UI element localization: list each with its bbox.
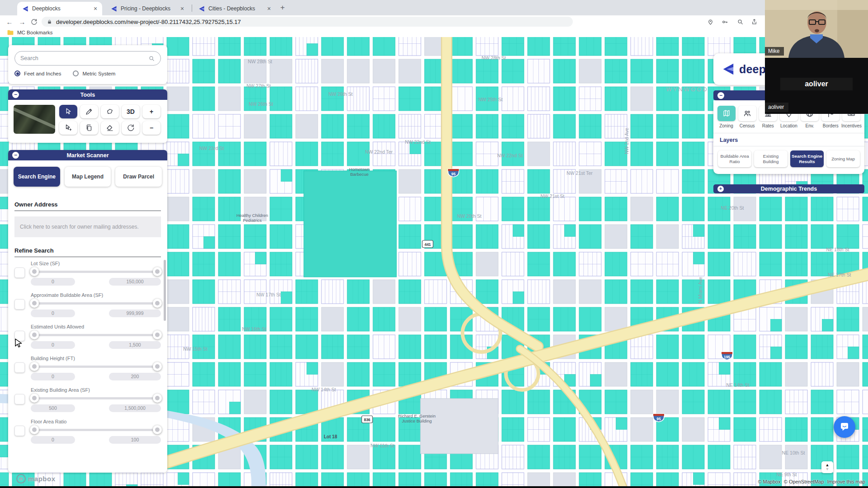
tool-cursor-button[interactable] — [59, 105, 77, 118]
scanner-tab-search-engine[interactable]: Search Engine — [14, 167, 60, 187]
slider-max-handle[interactable] — [153, 299, 162, 308]
filter-max-value: 999,999 — [109, 310, 161, 317]
chat-launcher-button[interactable] — [834, 416, 855, 438]
collapse-tools-button[interactable]: − — [12, 91, 19, 98]
slider-min-handle[interactable] — [30, 394, 39, 403]
panel-tab-zoning[interactable]: Zoning — [716, 106, 736, 128]
scanner-tab-map-legend[interactable]: Map Legend — [65, 167, 111, 187]
tool-eraser-button[interactable] — [101, 121, 119, 135]
unit-option-imperial[interactable]: Feet and Inches — [14, 70, 61, 76]
new-tab-button[interactable]: + — [280, 3, 285, 12]
satellite-preview-button[interactable] — [14, 105, 55, 134]
tool-zoom-out-button[interactable]: − — [142, 121, 160, 135]
filter-checkbox[interactable] — [14, 267, 25, 278]
compass-button[interactable]: ▲ ▼ — [821, 461, 833, 473]
slider-max-handle[interactable] — [153, 362, 162, 371]
slider-track[interactable] — [32, 302, 160, 305]
radio-selected-icon[interactable] — [14, 70, 20, 76]
filter-checkbox[interactable] — [14, 362, 25, 373]
mapbox-logo[interactable]: m mapbox — [16, 474, 56, 483]
tab-close-icon[interactable]: × — [92, 5, 99, 12]
layer-button-buildable-area-ratio[interactable]: Buildable Area Ratio — [718, 150, 751, 167]
route-shield: 95 — [653, 414, 664, 422]
tool-rotate-button[interactable] — [122, 121, 140, 135]
reload-button[interactable] — [29, 17, 39, 27]
unit-option-metric[interactable]: Metric System — [73, 70, 115, 76]
slider-track[interactable] — [32, 366, 160, 368]
slider-max-handle[interactable] — [153, 267, 162, 276]
slider-min-handle[interactable] — [30, 362, 39, 371]
letterbox-bar — [0, 486, 868, 488]
filter-range-slider[interactable] — [31, 267, 161, 276]
browser-tab[interactable]: Pricing - Deepblocks× — [106, 2, 189, 15]
address-bar[interactable]: developer.deepblocks.com/new-project/-80… — [42, 17, 573, 27]
map-label: NW 21st St — [540, 193, 564, 199]
slider-max-handle[interactable] — [153, 425, 162, 434]
map-label: NE 14th St — [726, 382, 750, 388]
tool-zoom-in-button[interactable]: + — [142, 105, 160, 118]
tab-close-icon[interactable]: × — [266, 5, 272, 12]
tool-copy-button[interactable] — [80, 121, 98, 135]
participant-video-mike[interactable]: Mike — [765, 0, 868, 58]
filter-range-slider[interactable] — [31, 362, 161, 371]
collapse-scanner-button[interactable]: − — [12, 152, 19, 159]
bookmark-folder-icon[interactable] — [7, 30, 14, 35]
slider-min-handle[interactable] — [30, 267, 39, 276]
owner-address-input[interactable]: Click here to search for owner mailing a… — [14, 216, 161, 237]
expand-demographics-button[interactable]: + — [717, 186, 724, 192]
tool-pencil-button[interactable] — [80, 105, 98, 118]
collapse-right-panel-button[interactable]: − — [717, 92, 724, 99]
slider-track[interactable] — [32, 397, 160, 399]
panel-tab-census[interactable]: Census — [737, 106, 757, 128]
layer-button-existing-building[interactable]: Existing Building — [754, 150, 788, 167]
tool-polygon-button[interactable] — [101, 105, 119, 118]
slider-min-handle[interactable] — [30, 330, 39, 339]
map-label: NW 26th St — [328, 91, 353, 97]
filter-range-slider[interactable] — [31, 425, 161, 434]
slider-max-handle[interactable] — [153, 330, 162, 339]
tool-cursor-add-button[interactable] — [59, 121, 77, 135]
slider-max-handle[interactable] — [153, 394, 162, 403]
filter-checkbox[interactable] — [14, 394, 25, 404]
census-icon — [743, 109, 752, 118]
browser-chrome: Deepblocks×Pricing - Deepblocks×Cities -… — [0, 0, 868, 37]
filter-label: Floor Area Ratio — [31, 419, 161, 424]
key-icon[interactable] — [720, 17, 730, 27]
tab-close-icon[interactable]: × — [179, 5, 185, 12]
filter-checkbox[interactable] — [14, 426, 25, 436]
browser-tab[interactable]: Deepblocks× — [17, 2, 102, 15]
tools-panel-header: − Tools — [8, 89, 167, 100]
bookmark-label[interactable]: MC Bookmarks — [17, 30, 53, 35]
browser-tab[interactable]: Cities - Deepblocks× — [193, 2, 276, 15]
sidebar-scrollbar[interactable] — [164, 260, 166, 321]
search-icon[interactable] — [735, 17, 745, 27]
slider-track[interactable] — [32, 334, 160, 336]
location-icon[interactable] — [705, 17, 715, 27]
forward-button[interactable]: → — [17, 17, 27, 27]
attr-mapbox[interactable]: © Mapbox — [758, 479, 780, 484]
attr-osm[interactable]: © OpenStreetMap — [784, 479, 824, 484]
eraser-icon — [106, 124, 114, 132]
filter-checkbox[interactable] — [14, 299, 25, 310]
participant-video-aoliver[interactable]: aoliver aoliver — [765, 58, 868, 114]
radio-unselected-icon[interactable] — [73, 70, 79, 76]
slider-min-handle[interactable] — [30, 299, 39, 308]
slider-track[interactable] — [32, 271, 160, 273]
share-icon[interactable] — [749, 17, 759, 27]
slider-min-handle[interactable] — [30, 425, 39, 434]
back-button[interactable]: ← — [5, 17, 14, 27]
participant-name-badge: Mike — [765, 47, 784, 56]
svg-text:836: 836 — [364, 418, 370, 422]
filter-checkbox[interactable] — [14, 331, 25, 341]
slider-track[interactable] — [32, 429, 160, 431]
tool-3d-button[interactable]: 3D — [122, 105, 140, 118]
layer-button-zoning-map[interactable]: Zoning Map — [826, 150, 860, 167]
attr-improve[interactable]: Improve this map — [827, 479, 865, 484]
filter-range-slider[interactable] — [31, 299, 161, 308]
filter-label: Existing Building Area (SF) — [31, 387, 161, 393]
scanner-tab-draw-parcel[interactable]: Draw Parcel — [115, 167, 162, 187]
map-search-input[interactable]: Search — [14, 51, 161, 66]
filter-range-slider[interactable] — [31, 394, 161, 403]
layer-button-search-engine-results[interactable]: Search Engine Results — [790, 150, 824, 167]
filter-range-slider[interactable] — [31, 330, 161, 339]
